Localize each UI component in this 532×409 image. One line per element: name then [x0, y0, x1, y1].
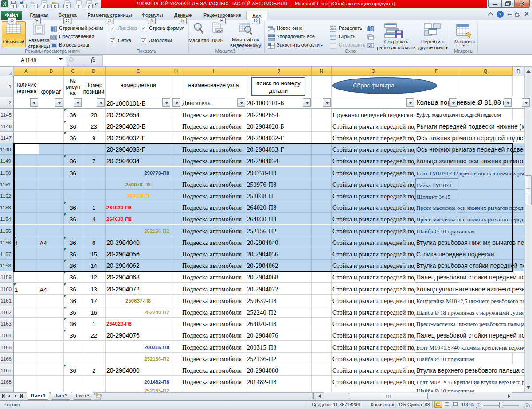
- svg-text:?: ?: [499, 12, 501, 18]
- svg-text:100: 100: [216, 29, 222, 33]
